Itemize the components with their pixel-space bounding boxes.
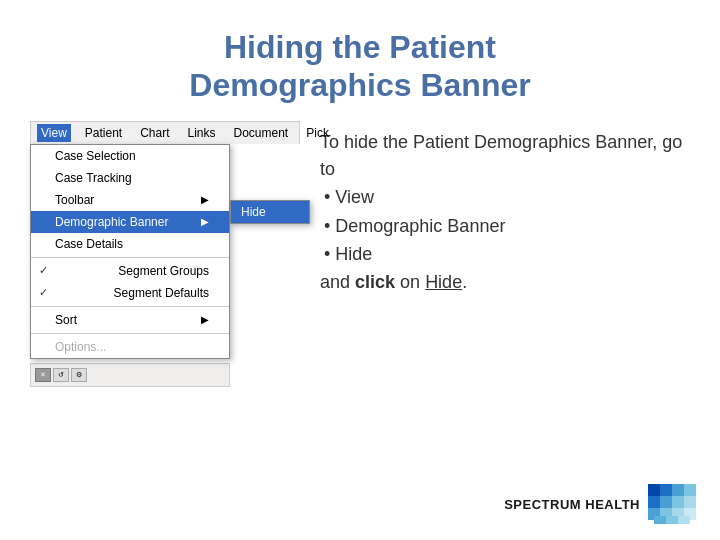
outro-bold: click xyxy=(355,272,395,292)
menubar-pick[interactable]: Pick xyxy=(302,124,333,142)
menu-case-details[interactable]: Case Details xyxy=(31,233,229,255)
menu-separator-3 xyxy=(31,333,229,334)
menu-item-label: Options... xyxy=(55,340,106,354)
bullet-hide: Hide xyxy=(320,240,690,269)
svg-rect-14 xyxy=(678,516,690,524)
svg-rect-7 xyxy=(684,496,696,508)
menu-item-label: Segment Defaults xyxy=(114,286,209,300)
svg-rect-5 xyxy=(660,496,672,508)
menu-demographic-banner[interactable]: Demographic Banner ▶ xyxy=(31,211,229,233)
toolbar-btn-1[interactable]: ✕ xyxy=(35,368,51,382)
menu-item-label: Case Selection xyxy=(55,149,136,163)
toolbar-btn-2[interactable]: ↺ xyxy=(53,368,69,382)
menu-toolbar[interactable]: Toolbar ▶ xyxy=(31,189,229,211)
svg-rect-6 xyxy=(672,496,684,508)
content-area: View Patient Chart Links Document Pick C… xyxy=(0,121,720,387)
submenu-hide[interactable]: Hide xyxy=(231,201,309,223)
menubar-patient[interactable]: Patient xyxy=(81,124,126,142)
outro-end: . xyxy=(462,272,467,292)
menubar-links[interactable]: Links xyxy=(184,124,220,142)
svg-rect-13 xyxy=(666,516,678,524)
bullet-list: View Demographic Banner Hide xyxy=(320,183,690,269)
menu-separator-2 xyxy=(31,306,229,307)
logo-graphic xyxy=(648,484,696,524)
svg-rect-12 xyxy=(654,516,666,524)
submenu-demographic: Hide xyxy=(230,200,310,224)
svg-rect-0 xyxy=(648,484,660,496)
outro-pre: and xyxy=(320,272,355,292)
outro-link[interactable]: Hide xyxy=(425,272,462,292)
toolbar-btn-3[interactable]: ⚙ xyxy=(71,368,87,382)
menu-bar: View Patient Chart Links Document Pick xyxy=(30,121,300,144)
arrow-icon: ▶ xyxy=(201,216,209,227)
menu-item-label: Case Tracking xyxy=(55,171,132,185)
instruction-area: To hide the Patient Demographics Banner,… xyxy=(320,121,690,296)
menu-case-tracking[interactable]: Case Tracking xyxy=(31,167,229,189)
menu-segment-groups[interactable]: ✓ Segment Groups xyxy=(31,260,229,282)
title-area: Hiding the Patient Demographics Banner xyxy=(0,0,720,121)
menu-options[interactable]: Options... xyxy=(31,336,229,358)
menubar-chart[interactable]: Chart xyxy=(136,124,173,142)
bullet-view: View xyxy=(320,183,690,212)
menu-separator xyxy=(31,257,229,258)
menu-segment-defaults[interactable]: ✓ Segment Defaults xyxy=(31,282,229,304)
svg-rect-3 xyxy=(684,484,696,496)
menu-item-label: Demographic Banner xyxy=(55,215,168,229)
menu-item-label: Toolbar xyxy=(55,193,94,207)
menubar-view[interactable]: View xyxy=(37,124,71,142)
dropdown-menu: Case Selection Case Tracking Toolbar ▶ D… xyxy=(30,144,230,359)
arrow-icon: ▶ xyxy=(201,194,209,205)
page-title: Hiding the Patient Demographics Banner xyxy=(60,28,660,105)
bullet-demographic-banner: Demographic Banner xyxy=(320,212,690,241)
menu-area: View Patient Chart Links Document Pick C… xyxy=(30,121,300,387)
check-icon: ✓ xyxy=(39,286,55,299)
instruction-intro: To hide the Patient Demographics Banner,… xyxy=(320,129,690,183)
check-icon: ✓ xyxy=(39,264,55,277)
arrow-icon: ▶ xyxy=(201,314,209,325)
menubar-document[interactable]: Document xyxy=(230,124,293,142)
logo-text: SPECTRUM HEALTH xyxy=(504,497,640,512)
svg-rect-4 xyxy=(648,496,660,508)
menu-case-selection[interactable]: Case Selection xyxy=(31,145,229,167)
title-line1: Hiding the Patient xyxy=(224,29,496,65)
title-line2: Demographics Banner xyxy=(189,67,530,103)
svg-rect-1 xyxy=(660,484,672,496)
instruction-outro: and click on Hide. xyxy=(320,269,690,296)
menu-item-label: Segment Groups xyxy=(118,264,209,278)
menu-item-label: Sort xyxy=(55,313,77,327)
logo-area: SPECTRUM HEALTH xyxy=(504,484,696,524)
svg-rect-2 xyxy=(672,484,684,496)
submenu-item-label: Hide xyxy=(241,205,266,219)
toolbar-strip: ✕ ↺ ⚙ xyxy=(30,363,230,387)
menu-item-label: Case Details xyxy=(55,237,123,251)
menu-sort[interactable]: Sort ▶ xyxy=(31,309,229,331)
outro-mid: on xyxy=(395,272,425,292)
